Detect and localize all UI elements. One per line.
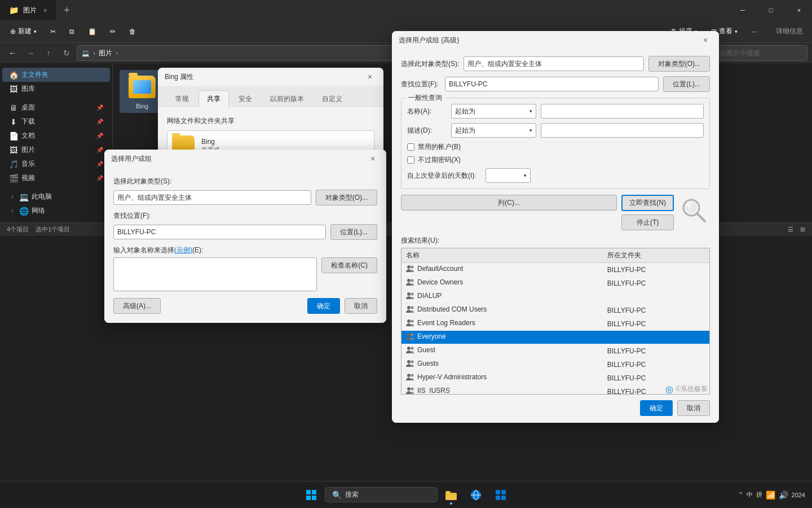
svg-rect-36 (496, 490, 500, 494)
svg-point-18 (407, 360, 411, 364)
copy-button[interactable]: ⧉ (64, 25, 80, 38)
maximize-button[interactable]: □ (758, 0, 784, 20)
sidebar-item-pictures[interactable]: 🖼 图片 📌 (2, 143, 110, 157)
table-row[interactable]: Device OwnersBILLYFU-PC (401, 277, 709, 290)
non-expiring-pwd-checkbox[interactable] (407, 156, 414, 164)
close-button[interactable]: × (786, 0, 812, 20)
taskbar-search-label: 搜索 (345, 490, 359, 500)
table-row[interactable]: GuestsBILLYFU-PC (401, 358, 709, 371)
start-button[interactable] (300, 484, 323, 506)
tab-close-icon[interactable]: × (43, 7, 47, 14)
taskbar-chevron-icon[interactable]: ⌃ (738, 491, 743, 498)
sidebar-item-network[interactable]: › 🌐 网络 (2, 204, 110, 218)
advanced-btn-small[interactable]: 高级(A)... (113, 298, 161, 314)
select-user-advanced-close-button[interactable]: × (699, 33, 712, 47)
paste-button[interactable]: 📋 (82, 25, 102, 38)
up-button[interactable]: ↑ (41, 45, 56, 61)
description-value-input[interactable] (541, 123, 704, 138)
rename-button[interactable]: ✏ (104, 25, 121, 38)
taskbar-ime-pinyin[interactable]: 拼 (756, 491, 762, 499)
view-mode-list-icon[interactable]: ☰ (788, 226, 793, 233)
table-row[interactable]: Everyone (401, 331, 709, 344)
minimize-button[interactable]: ─ (730, 0, 756, 20)
tab-sharing[interactable]: 共享 (198, 90, 229, 107)
tab-security[interactable]: 安全 (230, 90, 261, 107)
delete-button[interactable]: 🗑 (123, 25, 142, 38)
object-type-btn-adv[interactable]: 对象类型(O)... (648, 56, 710, 72)
table-row[interactable]: Hyper-V AdministratorsBILLYFU-PC (401, 371, 709, 385)
location-label-adv: 查找位置(F): (401, 80, 440, 89)
taskbar-store[interactable] (489, 484, 512, 506)
refresh-button[interactable]: ↻ (59, 45, 74, 61)
sidebar-item-gallery[interactable]: 🖼 图库 (2, 82, 110, 96)
description-condition-select[interactable]: 起始为 ▾ (451, 123, 536, 138)
tab-previous-versions[interactable]: 以前的版本 (262, 90, 312, 107)
cut-button[interactable]: ✂ (45, 25, 61, 38)
search-placeholder: 右图片中搜索 (720, 49, 760, 58)
cancel-btn-adv[interactable]: 取消 (677, 400, 710, 416)
svg-rect-31 (312, 496, 316, 500)
sidebar-item-home[interactable]: 🏠 主文件夹 (2, 68, 110, 82)
tab-general[interactable]: 常规 (167, 90, 197, 107)
table-row[interactable]: Event Log ReadersBILLYFU-PC (401, 317, 709, 331)
volume-icon[interactable]: 🔊 (779, 491, 788, 500)
ok-btn-small[interactable]: 确定 (307, 298, 340, 314)
sidebar-item-music[interactable]: 🎵 音乐 📌 (2, 157, 110, 171)
object-name-input-small[interactable] (113, 257, 317, 291)
taskbar-file-explorer[interactable] (440, 484, 462, 506)
bing-props-close-button[interactable]: × (363, 70, 377, 84)
table-row[interactable]: DefaultAccountBILLYFU-PC (401, 263, 709, 277)
copy-icon: ⧉ (69, 28, 74, 36)
taskbar-browser[interactable] (465, 484, 487, 506)
sidebar-item-this-pc[interactable]: › 💻 此电脑 (2, 190, 110, 204)
example-link-small[interactable]: (示例) (174, 246, 192, 254)
location-btn-adv[interactable]: 位置(L)... (663, 76, 710, 92)
taskbar-search[interactable]: 🔍 搜索 (325, 487, 438, 502)
sidebar-item-downloads[interactable]: ⬇ 下载 📌 (2, 115, 110, 129)
check-names-btn-small[interactable]: 检查名称(C) (321, 257, 377, 273)
svg-rect-29 (312, 490, 316, 494)
window-controls: ─ □ × (730, 0, 812, 20)
search-bar[interactable]: 🔍 右图片中搜索 (706, 45, 807, 61)
object-type-field-small[interactable] (113, 190, 311, 205)
location-field-small[interactable] (113, 225, 326, 239)
location-btn-small[interactable]: 位置(L)... (330, 224, 377, 240)
new-button[interactable]: ⊕ 新建 ▾ (5, 24, 42, 38)
ok-btn-adv[interactable]: 确定 (640, 400, 673, 416)
disabled-accounts-checkbox[interactable] (407, 143, 414, 151)
columns-btn[interactable]: 列(C)... (401, 195, 617, 211)
name-condition-select[interactable]: 起始为 ▾ (451, 104, 536, 119)
network-icon-taskbar[interactable]: 📶 (766, 491, 775, 500)
svg-rect-28 (306, 490, 311, 494)
small-dialog-buttons: 高级(A)... 确定 取消 (113, 298, 377, 314)
forward-button[interactable]: → (23, 45, 38, 61)
sidebar-item-documents[interactable]: 📄 文档 📌 (2, 129, 110, 143)
explorer-tab[interactable]: 📁 图片 × (0, 0, 56, 20)
results-scroll[interactable]: 名称 所在文件夹 DefaultAccountBILLYFU-PCDevice … (401, 248, 710, 395)
select-user-small-close-button[interactable]: × (366, 152, 379, 165)
days-since-login-select[interactable]: ▾ (486, 168, 531, 183)
cancel-btn-small[interactable]: 取消 (345, 298, 377, 314)
name-value-input[interactable] (541, 104, 704, 119)
table-row[interactable]: DIALUP (401, 290, 709, 304)
clock: 2024 (792, 492, 805, 498)
details-button[interactable]: 详细信息 (771, 27, 807, 36)
documents-icon: 📄 (9, 132, 18, 141)
taskbar-ime-zh[interactable]: 中 (747, 491, 753, 499)
table-row[interactable]: IIS_IUSRSBILLYFU-PC (401, 385, 709, 395)
back-button[interactable]: ← (5, 45, 20, 61)
sidebar-item-desktop[interactable]: 🖥 桌面 📌 (2, 100, 110, 115)
stop-btn[interactable]: 停止(T) (621, 214, 674, 230)
table-row[interactable]: Distributed COM UsersBILLYFU-PC (401, 304, 709, 317)
add-tab-button[interactable]: + (56, 0, 77, 20)
svg-rect-30 (306, 496, 311, 500)
find-now-button[interactable]: 立即查找(N) (621, 195, 674, 211)
sidebar-item-videos[interactable]: 🎬 视频 📌 (2, 171, 110, 185)
result-folder: BILLYFU-PC (603, 371, 709, 385)
view-mode-grid-icon[interactable]: ⊞ (800, 226, 805, 233)
table-row[interactable]: GuestBILLYFU-PC (401, 344, 709, 358)
watermark-text: ©系统极客 (676, 384, 708, 394)
more-button[interactable]: ··· (745, 25, 762, 38)
tab-customize[interactable]: 自定义 (314, 90, 351, 107)
object-type-btn-small[interactable]: 对象类型(O)... (316, 190, 377, 205)
